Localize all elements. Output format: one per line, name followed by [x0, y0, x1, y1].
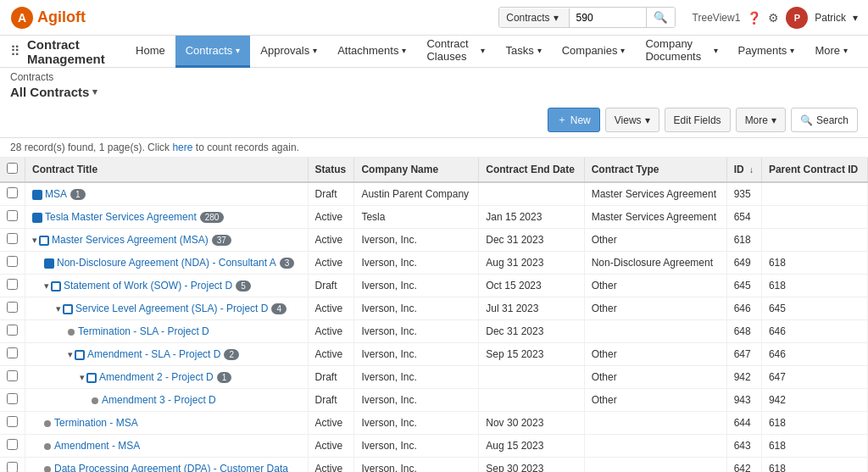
contract-title-link[interactable]: Data Processing Agreement (DPA) - Custom… — [54, 463, 288, 472]
help-icon[interactable]: ❓ — [747, 11, 761, 25]
child-count-badge: 2 — [224, 349, 239, 360]
search-dropdown[interactable]: Contracts ▾ — [499, 8, 569, 27]
contract-title-link[interactable]: Service Level Agreement (SLA) - Project … — [75, 303, 268, 314]
table-row: Termination - SLA - Project DActiveIvers… — [0, 320, 868, 343]
type-cell: Master Services Agreement — [584, 182, 726, 206]
table-row: MSA1DraftAustin Parent CompanyMaster Ser… — [0, 182, 868, 206]
nav-item-company-documents[interactable]: Company Documents ▾ — [635, 36, 727, 68]
contract-title-link[interactable]: Amendment 2 - Project D — [99, 371, 214, 383]
nav-item-contracts[interactable]: Contracts ▾ — [175, 36, 251, 68]
contract-title-link[interactable]: Statement of Work (SOW) - Project D — [64, 280, 232, 292]
company-cell: Iverson, Inc. — [354, 297, 479, 320]
blue-square-icon — [32, 190, 42, 200]
end-date-cell — [479, 182, 584, 206]
settings-icon[interactable]: ⚙ — [768, 11, 779, 25]
row-checkbox[interactable] — [7, 187, 18, 198]
nav-item-more[interactable]: More ▾ — [804, 36, 858, 68]
child-count-badge: 280 — [200, 212, 225, 223]
col-end-date[interactable]: Contract End Date — [479, 158, 584, 182]
row-checkbox[interactable] — [7, 233, 18, 244]
col-status[interactable]: Status — [308, 158, 354, 182]
search-button[interactable]: 🔍 — [646, 8, 675, 27]
end-date-cell: Sep 15 2023 — [479, 343, 584, 366]
select-all-checkbox[interactable] — [7, 163, 18, 174]
row-checkbox[interactable] — [7, 439, 18, 450]
contract-title-link[interactable]: Master Services Agreement (MSA) — [52, 234, 209, 246]
records-count-link[interactable]: here — [172, 142, 192, 153]
page-title-chevron-icon[interactable]: ▾ — [92, 86, 97, 97]
nav-item-attachments[interactable]: Attachments ▾ — [327, 36, 416, 68]
parent-id-cell: 646 — [761, 320, 867, 343]
table-row: Tesla Master Services Agreement280Active… — [0, 206, 868, 229]
views-button[interactable]: Views ▾ — [605, 108, 659, 132]
id-cell: 645 — [726, 275, 761, 297]
row-checkbox[interactable] — [7, 210, 18, 221]
row-checkbox[interactable] — [7, 370, 18, 381]
new-button[interactable]: ＋ New — [548, 108, 600, 132]
row-checkbox[interactable] — [7, 279, 18, 290]
contract-title-link[interactable]: Termination - SLA - Project D — [78, 325, 209, 337]
views-chevron-icon: ▾ — [645, 114, 650, 126]
nav-item-tasks[interactable]: Tasks ▾ — [495, 36, 551, 68]
company-cell: Iverson, Inc. — [354, 389, 479, 412]
id-cell: 642 — [726, 458, 761, 473]
parent-id-cell — [761, 182, 867, 206]
col-id[interactable]: ID ↓ — [726, 158, 761, 182]
nav-item-contract-clauses[interactable]: Contract Clauses ▾ — [416, 36, 495, 68]
col-contract-title[interactable]: Contract Title — [25, 158, 309, 182]
end-date-cell — [479, 366, 584, 389]
nav-item-home[interactable]: Home — [125, 36, 175, 68]
breadcrumb: Contracts — [0, 68, 868, 83]
parent-id-cell: 618 — [761, 275, 867, 297]
status-cell: Active — [308, 252, 354, 275]
row-checkbox[interactable] — [7, 393, 18, 404]
row-checkbox[interactable] — [7, 347, 18, 358]
expand-icon[interactable]: ▾ — [44, 280, 49, 291]
nav-bar: ⠿ Contract Management Home Contracts ▾ A… — [0, 36, 868, 68]
end-date-cell: Sep 30 2023 — [479, 458, 584, 473]
nav-item-companies[interactable]: Companies ▾ — [552, 36, 636, 68]
contract-title-link[interactable]: Tesla Master Services Agreement — [45, 211, 197, 223]
row-checkbox[interactable] — [7, 462, 18, 472]
contract-title-link[interactable]: Non-Disclosure Agreement (NDA) - Consult… — [57, 257, 276, 269]
top-bar: A Agiloft Contracts ▾ 🔍 TreeView1 ❓ ⚙ P … — [0, 0, 868, 36]
col-company-name[interactable]: Company Name — [354, 158, 479, 182]
row-checkbox[interactable] — [7, 256, 18, 267]
id-cell: 654 — [726, 206, 761, 229]
search-records-button[interactable]: 🔍 Search — [791, 108, 858, 132]
row-checkbox[interactable] — [7, 302, 18, 313]
expand-icon[interactable]: ▾ — [80, 372, 85, 382]
contract-title-link[interactable]: Amendment 3 - Project D — [102, 394, 216, 406]
dot-icon — [44, 466, 51, 472]
contract-title-link[interactable]: MSA — [45, 188, 67, 200]
col-checkbox[interactable] — [0, 158, 25, 182]
expand-icon[interactable]: ▾ — [68, 349, 73, 359]
type-cell: Other — [584, 229, 726, 252]
type-cell: Master Services Agreement — [584, 206, 726, 229]
col-parent-id[interactable]: Parent Contract ID — [761, 158, 867, 182]
tree-view-label: TreeView1 — [693, 12, 741, 24]
expand-icon[interactable]: ▾ — [32, 235, 37, 245]
nav-item-payments[interactable]: Payments ▾ — [728, 36, 805, 68]
status-cell: Active — [308, 229, 354, 252]
more-actions-button[interactable]: More ▾ — [736, 108, 786, 132]
expand-icon[interactable]: ▾ — [56, 303, 61, 314]
row-checkbox[interactable] — [7, 325, 18, 336]
id-cell: 647 — [726, 343, 761, 366]
search-input[interactable] — [570, 8, 646, 27]
edit-fields-button[interactable]: Edit Fields — [665, 108, 731, 132]
status-cell: Active — [308, 343, 354, 366]
company-cell: Iverson, Inc. — [354, 343, 479, 366]
child-count-badge: 3 — [280, 258, 295, 269]
contract-title-link[interactable]: Termination - MSA — [54, 417, 138, 429]
col-type[interactable]: Contract Type — [584, 158, 726, 182]
id-cell: 618 — [726, 229, 761, 252]
nav-chevron-companies: ▾ — [620, 46, 625, 55]
contract-title-link[interactable]: Amendment - SLA - Project D — [87, 348, 220, 360]
nav-item-approvals[interactable]: Approvals ▾ — [250, 36, 327, 68]
search-bar: Contracts ▾ 🔍 — [498, 7, 675, 28]
type-cell: Non-Disclosure Agreement — [584, 252, 726, 275]
contract-title-link[interactable]: Amendment - MSA — [54, 440, 140, 452]
row-checkbox[interactable] — [7, 416, 18, 427]
grid-icon[interactable]: ⠿ — [10, 43, 20, 59]
